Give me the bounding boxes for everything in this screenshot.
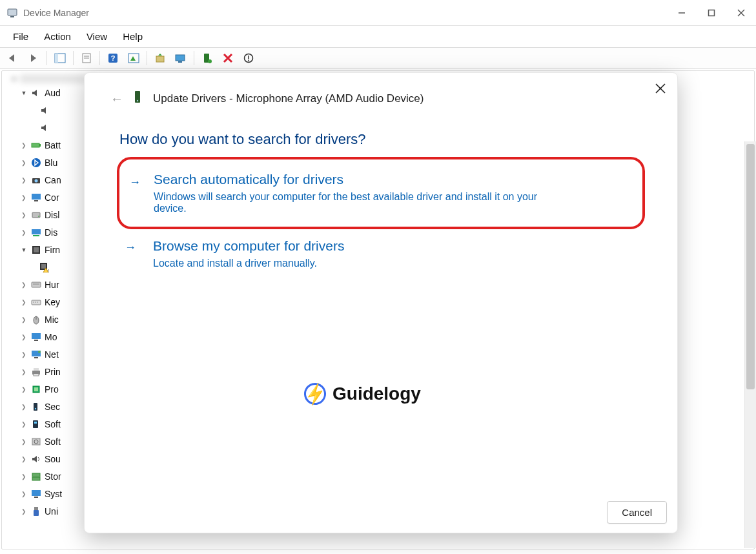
forward-arrow-icon[interactable]	[23, 49, 44, 67]
speaker-icon	[30, 87, 42, 99]
keyboard-hid-icon	[30, 279, 42, 291]
chevron-icon[interactable]	[20, 159, 28, 166]
tree-node-label: Sec	[45, 402, 60, 412]
tree-node-label: Stor	[45, 471, 61, 482]
svg-point-49	[38, 351, 41, 353]
svg-rect-51	[34, 368, 39, 371]
minimize-button[interactable]	[667, 0, 697, 26]
option-browse-computer[interactable]: → Browse my computer for drivers Locate …	[119, 238, 642, 269]
svg-rect-58	[34, 422, 37, 424]
watermark-text: Guidelogy	[332, 384, 421, 404]
tree-node-label: Soft	[45, 436, 61, 447]
chevron-icon[interactable]	[20, 194, 28, 201]
action-center-icon[interactable]	[123, 49, 144, 67]
svg-point-70	[137, 100, 138, 101]
menu-file[interactable]: File	[6, 28, 35, 45]
chevron-icon[interactable]	[20, 211, 28, 218]
chevron-icon[interactable]	[20, 351, 28, 358]
tree-node-label: Mic	[45, 314, 59, 325]
maximize-button[interactable]	[697, 0, 726, 26]
chevron-icon[interactable]	[20, 298, 28, 305]
chevron-icon[interactable]	[20, 246, 28, 253]
option-search-automatically[interactable]: → Search automatically for drivers Windo…	[119, 159, 642, 227]
update-driver-icon[interactable]	[150, 49, 170, 67]
arrow-right-icon: →	[129, 176, 141, 189]
chevron-icon[interactable]	[20, 490, 28, 497]
svg-point-29	[38, 216, 39, 217]
processor-icon	[30, 384, 42, 395]
chevron-icon[interactable]	[20, 473, 28, 480]
chevron-icon[interactable]	[20, 420, 28, 427]
app-icon	[6, 7, 18, 19]
svg-rect-16	[178, 61, 182, 63]
enable-device-icon[interactable]	[197, 49, 218, 67]
chevron-icon[interactable]	[20, 385, 28, 393]
dialog-back-button[interactable]: ←	[110, 92, 123, 107]
security-icon	[30, 401, 42, 413]
svg-rect-30	[32, 229, 41, 234]
properties-sheet-icon[interactable]	[76, 49, 97, 67]
vertical-scrollbar[interactable]	[744, 141, 756, 548]
option-title: Search automatically for drivers	[136, 172, 626, 187]
svg-rect-48	[34, 357, 38, 358]
menu-view[interactable]: View	[80, 28, 114, 45]
option-description: Locate and install a driver manually.	[135, 254, 548, 269]
update-drivers-dialog: ← Update Drivers - Microphone Array (AMD…	[84, 72, 678, 533]
speaker-icon	[39, 105, 51, 116]
svg-rect-31	[33, 235, 39, 236]
svg-point-40	[33, 302, 34, 303]
bolt-icon: ⚡	[301, 380, 329, 407]
show-hide-console-tree-icon[interactable]	[50, 49, 70, 67]
disable-device-icon[interactable]	[218, 49, 238, 67]
svg-rect-22	[39, 144, 41, 147]
svg-point-25	[35, 179, 38, 182]
svg-rect-54	[34, 387, 38, 391]
chevron-icon[interactable]	[20, 403, 28, 410]
svg-rect-21	[32, 143, 39, 147]
disk-icon	[30, 209, 42, 221]
usb-icon	[30, 506, 42, 517]
chevron-icon[interactable]	[20, 316, 28, 323]
tree-node-label: Batt	[45, 140, 61, 150]
sound-icon	[30, 453, 42, 465]
svg-rect-63	[32, 490, 41, 496]
display-adapter-icon	[30, 227, 42, 238]
close-button[interactable]	[726, 0, 756, 26]
chevron-icon[interactable]	[20, 333, 28, 340]
svg-rect-33	[34, 247, 39, 252]
chevron-icon[interactable]	[20, 508, 28, 515]
svg-rect-57	[33, 420, 38, 428]
option-description: Windows will search your computer for th…	[136, 187, 549, 214]
chevron-icon[interactable]	[20, 368, 28, 375]
monitor-icon	[30, 331, 42, 343]
tree-node-label: Uni	[45, 506, 58, 517]
tree-node-label: Prin	[45, 367, 61, 377]
speaker-icon	[39, 122, 51, 134]
uninstall-device-icon[interactable]	[238, 49, 259, 67]
chevron-icon[interactable]	[20, 229, 28, 236]
svg-rect-46	[34, 340, 38, 341]
monitor-icon	[30, 192, 42, 203]
printer-icon	[30, 366, 42, 378]
scan-hardware-icon[interactable]	[170, 49, 191, 67]
chevron-icon[interactable]	[20, 281, 28, 288]
scrollbar-thumb[interactable]	[746, 144, 755, 389]
chevron-icon[interactable]	[20, 438, 28, 445]
tree-node-label: Aud	[45, 88, 61, 98]
storage-icon	[30, 471, 42, 482]
menu-action[interactable]: Action	[37, 28, 77, 45]
svg-rect-1	[10, 16, 14, 17]
cancel-button[interactable]: Cancel	[607, 501, 667, 524]
window-controls	[667, 0, 756, 26]
chevron-icon[interactable]	[20, 141, 28, 149]
svg-point-56	[35, 407, 36, 409]
toolbar: ?	[0, 47, 756, 69]
help-icon[interactable]: ?	[103, 49, 123, 67]
menu-help[interactable]: Help	[116, 28, 149, 45]
dialog-close-button[interactable]	[655, 82, 666, 97]
back-arrow-icon[interactable]	[3, 49, 23, 67]
svg-rect-66	[34, 510, 39, 516]
svg-point-20	[248, 60, 249, 61]
chevron-icon[interactable]	[20, 176, 28, 183]
chevron-icon[interactable]	[20, 455, 28, 462]
